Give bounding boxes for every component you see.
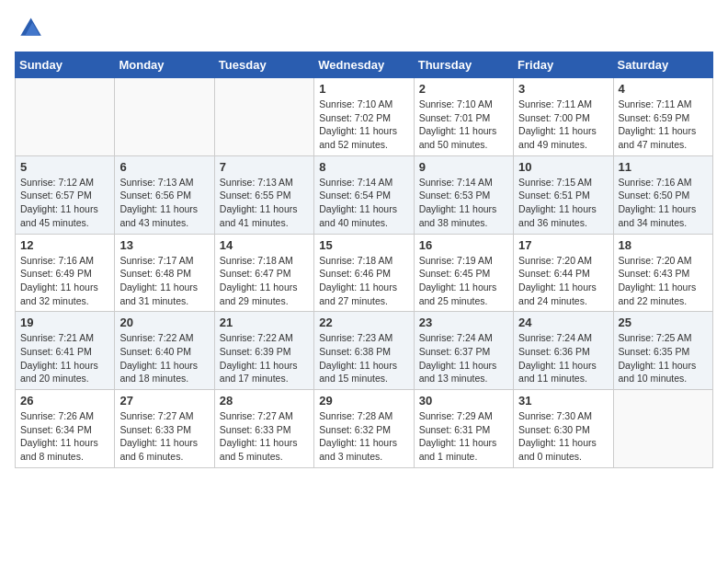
day-number: 18 [619,238,708,252]
calendar-cell [214,78,313,156]
cell-content: Sunrise: 7:13 AM Sunset: 6:55 PM Dayligh… [220,176,309,230]
calendar-cell: 14Sunrise: 7:18 AM Sunset: 6:47 PM Dayli… [214,234,313,312]
calendar-cell: 18Sunrise: 7:20 AM Sunset: 6:43 PM Dayli… [613,234,712,312]
calendar-week-row: 12Sunrise: 7:16 AM Sunset: 6:49 PM Dayli… [16,234,713,312]
cell-content: Sunrise: 7:13 AM Sunset: 6:56 PM Dayligh… [119,176,209,230]
day-header-saturday: Saturday [613,52,712,78]
page-header [15,15,713,40]
cell-content: Sunrise: 7:29 AM Sunset: 6:31 PM Dayligh… [419,409,508,464]
day-number: 9 [419,160,508,174]
day-number: 8 [319,160,408,174]
calendar-cell: 6Sunrise: 7:13 AM Sunset: 6:56 PM Daylig… [115,155,214,234]
day-number: 25 [619,316,708,329]
day-number: 24 [518,316,608,329]
cell-content: Sunrise: 7:20 AM Sunset: 6:43 PM Dayligh… [619,254,708,308]
cell-content: Sunrise: 7:11 AM Sunset: 6:59 PM Dayligh… [619,98,708,152]
day-number: 2 [419,82,508,96]
calendar-cell: 9Sunrise: 7:14 AM Sunset: 6:53 PM Daylig… [414,155,513,234]
day-header-friday: Friday [514,52,613,78]
calendar-cell: 15Sunrise: 7:18 AM Sunset: 6:46 PM Dayli… [314,234,414,312]
cell-content: Sunrise: 7:14 AM Sunset: 6:53 PM Dayligh… [419,176,508,230]
cell-content: Sunrise: 7:24 AM Sunset: 6:37 PM Dayligh… [419,331,508,385]
calendar-cell: 17Sunrise: 7:20 AM Sunset: 6:44 PM Dayli… [514,234,613,312]
calendar-cell: 12Sunrise: 7:16 AM Sunset: 6:49 PM Dayli… [16,234,115,312]
cell-content: Sunrise: 7:26 AM Sunset: 6:34 PM Dayligh… [20,409,109,464]
day-number: 28 [220,394,309,408]
logo [15,15,48,40]
cell-content: Sunrise: 7:30 AM Sunset: 6:30 PM Dayligh… [518,409,608,464]
calendar-week-row: 19Sunrise: 7:21 AM Sunset: 6:41 PM Dayli… [16,312,713,390]
cell-content: Sunrise: 7:11 AM Sunset: 7:00 PM Dayligh… [518,98,608,152]
calendar-cell: 25Sunrise: 7:25 AM Sunset: 6:35 PM Dayli… [613,312,712,390]
calendar-cell: 28Sunrise: 7:27 AM Sunset: 6:33 PM Dayli… [214,390,313,468]
cell-content: Sunrise: 7:28 AM Sunset: 6:32 PM Dayligh… [319,409,408,464]
calendar-cell [613,390,712,468]
day-number: 23 [419,316,508,329]
cell-content: Sunrise: 7:10 AM Sunset: 7:02 PM Dayligh… [319,98,408,152]
day-number: 21 [220,316,309,329]
cell-content: Sunrise: 7:19 AM Sunset: 6:45 PM Dayligh… [419,254,508,308]
calendar-week-row: 26Sunrise: 7:26 AM Sunset: 6:34 PM Dayli… [16,390,713,468]
cell-content: Sunrise: 7:24 AM Sunset: 6:36 PM Dayligh… [518,331,608,385]
day-header-thursday: Thursday [414,52,513,78]
calendar-cell [115,78,214,156]
calendar-cell [16,78,115,156]
calendar-week-row: 5Sunrise: 7:12 AM Sunset: 6:57 PM Daylig… [16,155,713,234]
calendar-cell: 26Sunrise: 7:26 AM Sunset: 6:34 PM Dayli… [16,390,115,468]
cell-content: Sunrise: 7:18 AM Sunset: 6:46 PM Dayligh… [319,254,408,308]
cell-content: Sunrise: 7:14 AM Sunset: 6:54 PM Dayligh… [319,176,408,230]
cell-content: Sunrise: 7:20 AM Sunset: 6:44 PM Dayligh… [518,254,608,308]
calendar-week-row: 1Sunrise: 7:10 AM Sunset: 7:02 PM Daylig… [16,78,713,156]
day-number: 19 [20,316,109,329]
cell-content: Sunrise: 7:16 AM Sunset: 6:49 PM Dayligh… [20,254,109,308]
day-number: 14 [220,238,309,252]
day-header-sunday: Sunday [16,52,115,78]
day-header-monday: Monday [115,52,214,78]
calendar-cell: 29Sunrise: 7:28 AM Sunset: 6:32 PM Dayli… [314,390,414,468]
calendar-cell: 2Sunrise: 7:10 AM Sunset: 7:01 PM Daylig… [414,78,513,156]
cell-content: Sunrise: 7:10 AM Sunset: 7:01 PM Dayligh… [419,98,508,152]
calendar-header-row: SundayMondayTuesdayWednesdayThursdayFrid… [16,52,713,78]
cell-content: Sunrise: 7:12 AM Sunset: 6:57 PM Dayligh… [20,176,109,230]
calendar-cell: 21Sunrise: 7:22 AM Sunset: 6:39 PM Dayli… [214,312,313,390]
calendar-cell: 11Sunrise: 7:16 AM Sunset: 6:50 PM Dayli… [613,155,712,234]
day-number: 20 [119,316,209,329]
cell-content: Sunrise: 7:27 AM Sunset: 6:33 PM Dayligh… [119,409,209,464]
day-number: 17 [518,238,608,252]
day-number: 27 [119,394,209,408]
calendar-cell: 22Sunrise: 7:23 AM Sunset: 6:38 PM Dayli… [314,312,414,390]
day-number: 7 [220,160,309,174]
logo-icon [15,15,44,40]
cell-content: Sunrise: 7:23 AM Sunset: 6:38 PM Dayligh… [319,331,408,385]
cell-content: Sunrise: 7:15 AM Sunset: 6:51 PM Dayligh… [518,176,608,230]
day-number: 1 [319,82,408,96]
calendar-cell: 19Sunrise: 7:21 AM Sunset: 6:41 PM Dayli… [16,312,115,390]
cell-content: Sunrise: 7:17 AM Sunset: 6:48 PM Dayligh… [119,254,209,308]
cell-content: Sunrise: 7:21 AM Sunset: 6:41 PM Dayligh… [20,331,109,385]
day-header-tuesday: Tuesday [214,52,313,78]
cell-content: Sunrise: 7:16 AM Sunset: 6:50 PM Dayligh… [619,176,708,230]
calendar-cell: 30Sunrise: 7:29 AM Sunset: 6:31 PM Dayli… [414,390,513,468]
day-number: 11 [619,160,708,174]
day-number: 13 [119,238,209,252]
calendar-cell: 1Sunrise: 7:10 AM Sunset: 7:02 PM Daylig… [314,78,414,156]
cell-content: Sunrise: 7:22 AM Sunset: 6:39 PM Dayligh… [220,331,309,385]
day-number: 5 [20,160,109,174]
day-number: 29 [319,394,408,408]
day-number: 26 [20,394,109,408]
day-number: 10 [518,160,608,174]
calendar-cell: 7Sunrise: 7:13 AM Sunset: 6:55 PM Daylig… [214,155,313,234]
day-number: 22 [319,316,408,329]
day-number: 6 [119,160,209,174]
day-number: 12 [20,238,109,252]
calendar-cell: 8Sunrise: 7:14 AM Sunset: 6:54 PM Daylig… [314,155,414,234]
day-header-wednesday: Wednesday [314,52,414,78]
calendar-cell: 3Sunrise: 7:11 AM Sunset: 7:00 PM Daylig… [514,78,613,156]
calendar-cell: 23Sunrise: 7:24 AM Sunset: 6:37 PM Dayli… [414,312,513,390]
day-number: 16 [419,238,508,252]
cell-content: Sunrise: 7:18 AM Sunset: 6:47 PM Dayligh… [220,254,309,308]
day-number: 30 [419,394,508,408]
calendar-cell: 27Sunrise: 7:27 AM Sunset: 6:33 PM Dayli… [115,390,214,468]
calendar-cell: 24Sunrise: 7:24 AM Sunset: 6:36 PM Dayli… [514,312,613,390]
calendar-cell: 13Sunrise: 7:17 AM Sunset: 6:48 PM Dayli… [115,234,214,312]
